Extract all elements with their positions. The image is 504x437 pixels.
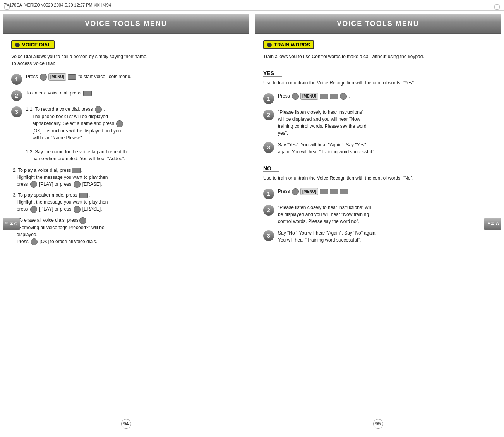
right-page-num: 95 xyxy=(373,419,383,429)
no-step-num-2: 2 xyxy=(263,205,274,216)
left-page-num: 94 xyxy=(121,419,131,429)
no-key3 xyxy=(340,189,348,194)
left-panel-header: VOICE TOOLS MENU xyxy=(3,14,249,34)
yes-key2 xyxy=(330,94,338,99)
erase-icon-2 xyxy=(74,206,81,213)
top-bar-text: TX170SA_VERIZON0529 2004.5.29 12:27 PM 페… xyxy=(4,2,111,8)
no-step-num-3: 3 xyxy=(263,230,274,241)
no-step-text-1: Press [MENU]. xyxy=(278,188,493,195)
rec-icon xyxy=(95,106,102,113)
badge-dot xyxy=(15,43,20,47)
yes-step-text-3: Say "Yes". You will hear "Again". Say "Y… xyxy=(278,141,493,155)
key-icon-2 xyxy=(83,91,92,96)
no-step-2: 2 "Please listen closely to hear instruc… xyxy=(263,204,493,225)
no-step-1: 1 Press [MENU]. xyxy=(263,188,493,199)
yes-step-text-1: Press [MENU] . xyxy=(278,93,493,100)
no-step-text-2: "Please listen closely to hear instructi… xyxy=(278,204,493,225)
ok-play-icon xyxy=(30,181,37,188)
yes-menu-label: [MENU] xyxy=(300,93,318,100)
ok-play-icon-2 xyxy=(30,206,37,213)
voice-dial-desc: Voice Dial allows you to call a person b… xyxy=(11,53,241,67)
no-step-text-3: Say "No". You will hear "Again". Say "No… xyxy=(278,230,493,243)
no-menu-label: [MENU] xyxy=(300,188,318,195)
step-2: 2 To enter a voice dial, press . xyxy=(11,89,241,101)
erase-icon-1 xyxy=(74,181,81,188)
no-heading: NO xyxy=(263,165,279,172)
yes-step-num-2: 2 xyxy=(263,110,274,120)
ok-erase-icon xyxy=(31,238,38,245)
step-num-1: 1 xyxy=(11,74,22,85)
ok-icon xyxy=(116,120,123,127)
step-num-3: 3 xyxy=(11,106,22,117)
yes-desc: Use to train or untrain the Voice Recogn… xyxy=(263,79,493,86)
yes-key1 xyxy=(320,94,328,99)
top-bar: TX170SA_VERIZON0529 2004.5.29 12:27 PM 페… xyxy=(0,0,504,11)
no-desc: Use to train or untrain the Voice Recogn… xyxy=(263,175,493,182)
step-3: 3 1.1. To record a voice dial, press . T… xyxy=(11,106,241,162)
train-badge-dot xyxy=(267,43,272,47)
no-key1 xyxy=(320,189,328,194)
yes-step-num-1: 1 xyxy=(263,93,274,104)
no-step-3: 3 Say "No". You will hear "Again". Say "… xyxy=(263,230,493,243)
left-panel: VOICE TOOLS MENU VOICE DIAL Voice Dial a… xyxy=(3,14,249,434)
step-1: 1 Press [MENU] to start Voice Tools menu… xyxy=(11,73,241,85)
voice-dial-badge: VOICE DIAL xyxy=(11,40,55,49)
right-side-tab: C H 5 xyxy=(484,218,501,231)
train-words-badge: TRAIN WORDS xyxy=(263,40,314,49)
play-icon-2 xyxy=(72,168,81,173)
no-step-num-1: 1 xyxy=(263,189,274,199)
step-text-3: 1.1. To record a voice dial, press . The… xyxy=(26,106,241,162)
reg-mark-tl xyxy=(3,3,11,11)
list-item-3: 3. To play speaker mode, press . Highlig… xyxy=(11,192,241,213)
menu-icon-1 xyxy=(40,74,47,81)
yes-step-3: 3 Say "Yes". You will hear "Again". Say … xyxy=(263,141,493,155)
step-text-1: Press [MENU] to start Voice Tools menu. xyxy=(26,73,241,81)
train-words-desc: Train allows you to use Control words to… xyxy=(263,53,493,60)
left-side-tab: C H 5 xyxy=(3,218,20,231)
yes-step-2: 2 "Please listen closely to hear instruc… xyxy=(263,109,493,137)
list-item-4: 4. To erase all voice dials, press . "Re… xyxy=(11,217,241,245)
right-panel: VOICE TOOLS MENU TRAIN WORDS Train allow… xyxy=(255,14,501,434)
yes-step-text-2: "Please listen closely to hear instructi… xyxy=(278,109,493,137)
no-menu-icon xyxy=(292,188,299,195)
step-text-2: To enter a voice dial, press . xyxy=(26,89,241,96)
right-panel-header: VOICE TOOLS MENU xyxy=(255,14,501,34)
yes-step-1: 1 Press [MENU] . xyxy=(263,93,493,104)
yes-heading: YES xyxy=(263,70,282,77)
yes-menu-icon xyxy=(292,93,299,100)
reg-mark-tr xyxy=(493,3,501,11)
key-icon-1 xyxy=(68,74,76,80)
step-num-2: 2 xyxy=(11,90,22,101)
yes-step-num-3: 3 xyxy=(263,142,274,153)
no-key2 xyxy=(330,189,338,194)
yes-key3 xyxy=(340,93,347,100)
speaker-icon xyxy=(79,193,88,198)
erase-all-icon xyxy=(79,217,86,224)
list-item-2: 2. To play a voice dial, press. Highligh… xyxy=(11,167,241,188)
menu-label-1: [MENU] xyxy=(48,73,66,81)
